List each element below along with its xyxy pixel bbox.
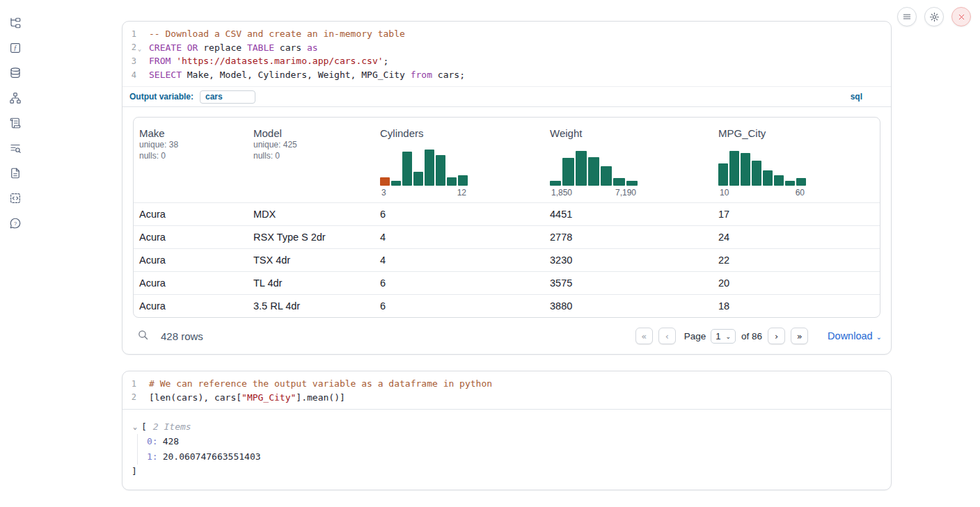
table-cell: 22 — [713, 255, 880, 266]
search-icon[interactable] — [137, 329, 149, 344]
table-cell: 6 — [374, 277, 544, 289]
sidebar-item-variables[interactable]: ƒ — [3, 35, 27, 61]
table-cell: TSX 4dr — [248, 255, 374, 266]
histogram-bar — [588, 157, 599, 186]
open-bracket: [ — [141, 421, 147, 432]
histogram-bar — [391, 181, 401, 186]
histogram-bar — [425, 150, 434, 186]
last-page-button[interactable]: » — [791, 328, 808, 344]
table-cell: 20 — [713, 277, 880, 289]
code-line[interactable]: 1# We can reference the output variable … — [122, 377, 891, 391]
download-button[interactable]: Download ⌄ — [828, 330, 882, 341]
table-row[interactable]: AcuraMDX6445117 — [134, 202, 880, 225]
table-body: AcuraMDX6445117AcuraRSX Type S 2dr427782… — [134, 202, 880, 317]
scroll-icon — [9, 117, 22, 129]
sidebar-item-tracebacks[interactable] — [3, 136, 27, 161]
column-header[interactable]: Modelunique: 425nulls: 0 — [248, 118, 374, 202]
chevron-down-icon: ⌄ — [876, 332, 882, 341]
output-variable-strip: Output variable: sql — [122, 86, 891, 107]
table-cell: Acura — [134, 277, 248, 289]
fold-gutter — [136, 396, 143, 399]
entry-index: 1: — [147, 451, 158, 462]
sidebar-item-logs[interactable] — [3, 111, 27, 136]
histogram-bar — [729, 151, 739, 186]
python-output: ⌄ [ 2 Items 0:4281:20.060747663551403 ] — [122, 409, 891, 490]
line-number: 1 — [122, 379, 136, 389]
column-name: Cylinders — [380, 127, 539, 139]
histogram-bar — [785, 181, 795, 186]
table-row[interactable]: AcuraTSX 4dr4323022 — [134, 248, 880, 271]
column-stat: unique: 425 — [253, 139, 369, 150]
sql-code-editor[interactable]: 1-- Download a CSV and create an in-memo… — [122, 22, 891, 86]
code-line[interactable]: 3FROM 'https://datasets.marimo.app/cars.… — [122, 54, 891, 68]
close-icon — [957, 13, 966, 22]
code-line[interactable]: 2[len(cars), cars["MPG_City"].mean()] — [122, 391, 891, 405]
histogram-bar — [613, 178, 624, 186]
column-stat: unique: 38 — [139, 139, 242, 150]
sidebar-item-file-tree[interactable] — [3, 10, 27, 35]
table-cell: TL 4dr — [248, 277, 374, 289]
python-code-editor[interactable]: 1# We can reference the output variable … — [122, 371, 891, 409]
fold-gutter — [136, 383, 143, 385]
search-list-icon — [9, 142, 22, 154]
axis-min-label: 10 — [720, 188, 729, 198]
histogram-bar — [741, 153, 750, 186]
column-histogram: 1,8507,190 — [550, 150, 638, 198]
column-header[interactable]: MPG_City1060 — [713, 118, 880, 202]
download-label: Download — [828, 330, 873, 341]
histogram-bar — [718, 163, 728, 186]
output-tree-entry: 0:428 — [147, 434, 891, 449]
line-number: 3 — [122, 56, 136, 66]
code-line[interactable]: 1-- Download a CSV and create an in-memo… — [122, 27, 891, 41]
table-cell: 3.5 RL 4dr — [248, 300, 374, 312]
column-header[interactable]: Weight1,8507,190 — [544, 118, 713, 202]
table-cell: Acura — [134, 300, 248, 312]
code-line[interactable]: 4SELECT Make, Model, Cylinders, Weight, … — [122, 68, 891, 82]
page-select[interactable]: 1 ⌄ — [711, 329, 736, 344]
sidebar-item-dependency-graph[interactable] — [3, 86, 27, 111]
histogram-bar — [458, 175, 468, 186]
column-name: Weight — [550, 127, 707, 139]
column-header[interactable]: Makeunique: 38nulls: 0 — [134, 118, 248, 202]
next-page-button[interactable]: › — [768, 328, 785, 344]
entry-value: 20.060747663551403 — [163, 451, 261, 462]
help-bubble-icon: ? — [9, 217, 22, 230]
close-button[interactable] — [951, 7, 971, 26]
top-right-controls — [897, 7, 971, 26]
hamburger-icon — [902, 12, 912, 22]
histogram-bar — [380, 177, 390, 186]
first-page-button[interactable]: « — [635, 328, 653, 344]
table-cell: Acura — [134, 255, 248, 266]
table-cell: 4 — [374, 255, 544, 266]
sidebar-item-help[interactable]: ? — [3, 211, 27, 236]
histogram-bar — [601, 166, 612, 186]
prev-page-button[interactable]: ‹ — [658, 328, 676, 344]
svg-text:?: ? — [14, 220, 17, 227]
table-cell: 17 — [713, 209, 880, 220]
sidebar-item-documentation[interactable] — [3, 161, 27, 186]
data-table: Makeunique: 38nulls: 0Modelunique: 425nu… — [133, 117, 880, 318]
histogram-bar — [752, 161, 761, 186]
fold-gutter — [136, 60, 143, 62]
settings-button[interactable] — [924, 7, 944, 26]
table-header-row: Makeunique: 38nulls: 0Modelunique: 425nu… — [134, 118, 880, 202]
output-variable-label: Output variable: — [129, 92, 193, 102]
menu-button[interactable] — [897, 7, 917, 26]
chevron-down-icon[interactable]: ⌄ — [133, 423, 141, 430]
sidebar-item-datasources[interactable] — [3, 61, 27, 86]
output-variable-input[interactable] — [200, 90, 255, 104]
sidebar-item-snippets[interactable] — [3, 186, 27, 211]
code-line[interactable]: 2⌄CREATE OR replace TABLE cars as — [122, 41, 891, 55]
histogram-bar — [626, 181, 638, 186]
python-cell: 1# We can reference the output variable … — [122, 371, 892, 490]
table-cell: 6 — [374, 300, 544, 312]
column-header[interactable]: Cylinders312 — [374, 118, 544, 202]
table-row[interactable]: Acura3.5 RL 4dr6388018 — [134, 294, 880, 317]
table-row[interactable]: AcuraRSX Type S 2dr4277824 — [134, 225, 880, 248]
sidebar: ƒ ? — [0, 0, 31, 507]
column-stat: nulls: 0 — [253, 150, 369, 161]
fold-chevron-icon[interactable]: ⌄ — [136, 43, 143, 52]
table-row[interactable]: AcuraTL 4dr6357520 — [134, 271, 880, 294]
row-count: 428 rows — [161, 330, 203, 342]
language-badge[interactable]: sql — [851, 92, 862, 102]
